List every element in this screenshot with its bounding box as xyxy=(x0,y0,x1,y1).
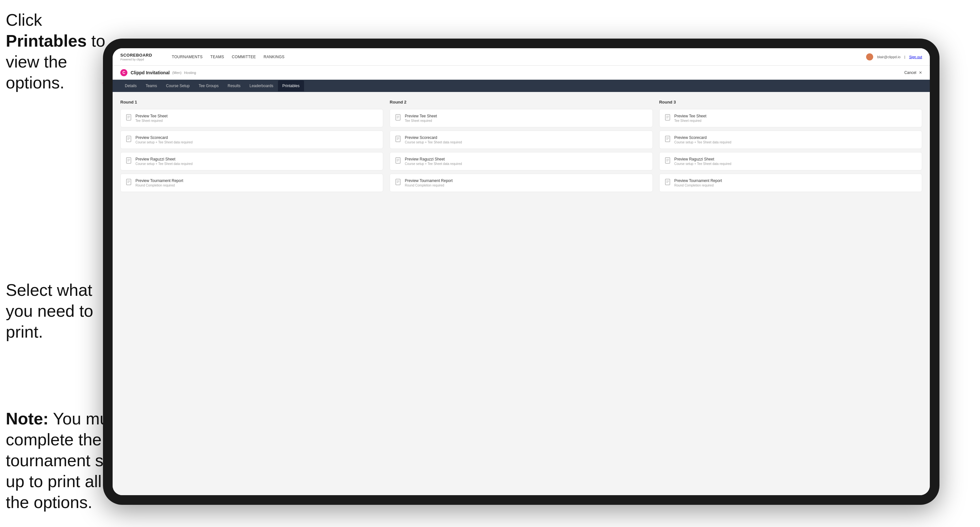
r1-raguzzi-title: Preview Raguzzi Sheet xyxy=(135,157,192,162)
r2-raguzzi-sub: Course setup + Tee Sheet data required xyxy=(405,162,462,166)
r1-report-title: Preview Tournament Report xyxy=(135,178,183,183)
r1-raguzzi-sub: Course setup + Tee Sheet data required xyxy=(135,162,192,166)
top-nav-right: blair@clippd.io | Sign out xyxy=(866,53,922,60)
rounds-grid: Round 1 Preview Tee Sheet Tee Sheet requ… xyxy=(120,100,922,195)
round-3-column: Round 3 Preview Tee Sheet Tee Sheet requ… xyxy=(659,100,922,195)
r2-scorecard-title: Preview Scorecard xyxy=(405,135,462,140)
round-1-title: Round 1 xyxy=(120,100,383,105)
r3-report-title: Preview Tournament Report xyxy=(675,178,722,183)
doc-icon-r2-1 xyxy=(395,114,401,121)
r3-raguzzi-sub: Course setup + Tee Sheet data required xyxy=(675,162,731,166)
tournament-header: C Clippd Invitational (Men) Hosting Canc… xyxy=(113,66,930,80)
document-icon xyxy=(126,114,132,121)
doc-icon-r3-1 xyxy=(665,114,671,121)
svg-rect-28 xyxy=(396,157,400,163)
top-navigation: SCOREBOARD Powered by clippd TOURNAMENTS… xyxy=(113,48,930,66)
nav-teams[interactable]: TEAMS xyxy=(210,53,224,60)
r2-tee-sheet-sub: Tee Sheet required xyxy=(405,119,437,122)
round-2-column: Round 2 Preview Tee Sheet Tee Sheet requ… xyxy=(390,100,652,195)
round3-raguzzi[interactable]: Preview Raguzzi Sheet Course setup + Tee… xyxy=(659,152,922,170)
note-bold: Note: xyxy=(6,409,49,428)
sign-out-link[interactable]: Sign out xyxy=(909,55,922,59)
round1-raguzzi[interactable]: Preview Raguzzi Sheet Course setup + Tee… xyxy=(120,152,383,170)
cancel-x[interactable]: ✕ xyxy=(919,70,922,75)
document-icon-2 xyxy=(126,136,132,143)
doc-icon-r3-2 xyxy=(665,136,671,143)
r2-report-sub: Round Completion required xyxy=(405,184,453,187)
round3-scorecard[interactable]: Preview Scorecard Course setup + Tee She… xyxy=(659,130,922,149)
user-avatar xyxy=(866,53,873,60)
svg-rect-32 xyxy=(396,179,400,185)
r2-scorecard-sub: Course setup + Tee Sheet data required xyxy=(405,141,462,144)
tournament-bracket: (Men) xyxy=(172,71,181,75)
doc-icon-r2-3 xyxy=(395,157,401,164)
main-content: Round 1 Preview Tee Sheet Tee Sheet requ… xyxy=(113,92,930,495)
svg-rect-8 xyxy=(126,136,131,142)
round1-tournament-report[interactable]: Preview Tournament Report Round Completi… xyxy=(120,174,383,192)
tournament-header-right: Cancel ✕ xyxy=(904,70,922,75)
tablet-device: SCOREBOARD Powered by clippd TOURNAMENTS… xyxy=(103,38,939,505)
r2-tee-sheet-title: Preview Tee Sheet xyxy=(405,114,437,118)
r3-tee-sheet-sub: Tee Sheet required xyxy=(675,119,706,122)
tablet-screen: SCOREBOARD Powered by clippd TOURNAMENTS… xyxy=(113,48,930,495)
round-1-column: Round 1 Preview Tee Sheet Tee Sheet requ… xyxy=(120,100,383,195)
document-icon-3 xyxy=(126,157,132,164)
r1-report-sub: Round Completion required xyxy=(135,184,183,187)
tab-leaderboards[interactable]: Leaderboards xyxy=(245,80,278,91)
r2-report-title: Preview Tournament Report xyxy=(405,178,453,183)
tab-course-setup[interactable]: Course Setup xyxy=(162,80,194,91)
tournament-logo-icon: C xyxy=(120,69,127,76)
round2-raguzzi[interactable]: Preview Raguzzi Sheet Course setup + Tee… xyxy=(390,152,652,170)
doc-icon-r2-4 xyxy=(395,179,401,186)
round-2-title: Round 2 xyxy=(390,100,652,105)
nav-committee[interactable]: COMMITTEE xyxy=(232,53,256,60)
svg-rect-36 xyxy=(665,114,670,120)
cancel-button[interactable]: Cancel xyxy=(904,70,916,75)
r1-scorecard-title: Preview Scorecard xyxy=(135,135,192,140)
round1-tee-sheet[interactable]: Preview Tee Sheet Tee Sheet required xyxy=(120,109,383,127)
logo-area: SCOREBOARD Powered by clippd xyxy=(120,53,162,61)
tab-tee-groups[interactable]: Tee Groups xyxy=(194,80,223,91)
sub-navigation: Details Teams Course Setup Tee Groups Re… xyxy=(113,80,930,92)
svg-rect-44 xyxy=(665,157,670,163)
r3-scorecard-title: Preview Scorecard xyxy=(675,135,731,140)
round2-scorecard[interactable]: Preview Scorecard Course setup + Tee She… xyxy=(390,130,652,149)
svg-rect-4 xyxy=(126,114,131,120)
round2-tournament-report[interactable]: Preview Tournament Report Round Completi… xyxy=(390,174,652,192)
nav-rankings[interactable]: RANKINGS xyxy=(264,53,285,60)
r3-tee-sheet-title: Preview Tee Sheet xyxy=(675,114,706,118)
doc-icon-r3-3 xyxy=(665,157,671,164)
logo-subtitle: Powered by clippd xyxy=(120,58,162,61)
r3-raguzzi-title: Preview Raguzzi Sheet xyxy=(675,157,731,162)
printables-bold: Printables xyxy=(6,32,86,50)
r3-scorecard-sub: Course setup + Tee Sheet data required xyxy=(675,141,731,144)
r1-scorecard-sub: Course setup + Tee Sheet data required xyxy=(135,141,192,144)
tournament-name: Clippd Invitational xyxy=(130,70,170,75)
round3-tournament-report[interactable]: Preview Tournament Report Round Completi… xyxy=(659,174,922,192)
r1-tee-sheet-title: Preview Tee Sheet xyxy=(135,114,168,118)
round1-scorecard[interactable]: Preview Scorecard Course setup + Tee She… xyxy=(120,130,383,149)
tab-teams[interactable]: Teams xyxy=(141,80,162,91)
svg-rect-16 xyxy=(126,179,131,185)
tab-details[interactable]: Details xyxy=(120,80,141,91)
r2-raguzzi-title: Preview Raguzzi Sheet xyxy=(405,157,462,162)
svg-rect-48 xyxy=(665,179,670,185)
doc-icon-r2-2 xyxy=(395,136,401,143)
round3-tee-sheet[interactable]: Preview Tee Sheet Tee Sheet required xyxy=(659,109,922,127)
document-icon-4 xyxy=(126,179,132,186)
r3-report-sub: Round Completion required xyxy=(675,184,722,187)
svg-rect-20 xyxy=(396,114,400,120)
r1-tee-sheet-sub: Tee Sheet required xyxy=(135,119,168,122)
svg-rect-12 xyxy=(126,157,131,163)
tournament-status: Hosting xyxy=(184,71,196,75)
user-email: blair@clippd.io xyxy=(877,55,900,59)
tab-printables[interactable]: Printables xyxy=(278,80,304,91)
round2-tee-sheet[interactable]: Preview Tee Sheet Tee Sheet required xyxy=(390,109,652,127)
instruction-middle: Select what you need to print. xyxy=(6,280,118,343)
round-3-title: Round 3 xyxy=(659,100,922,105)
doc-icon-r3-4 xyxy=(665,179,671,186)
svg-rect-40 xyxy=(665,136,670,142)
svg-rect-24 xyxy=(396,136,400,142)
nav-tournaments[interactable]: TOURNAMENTS xyxy=(172,53,203,60)
tab-results[interactable]: Results xyxy=(223,80,245,91)
